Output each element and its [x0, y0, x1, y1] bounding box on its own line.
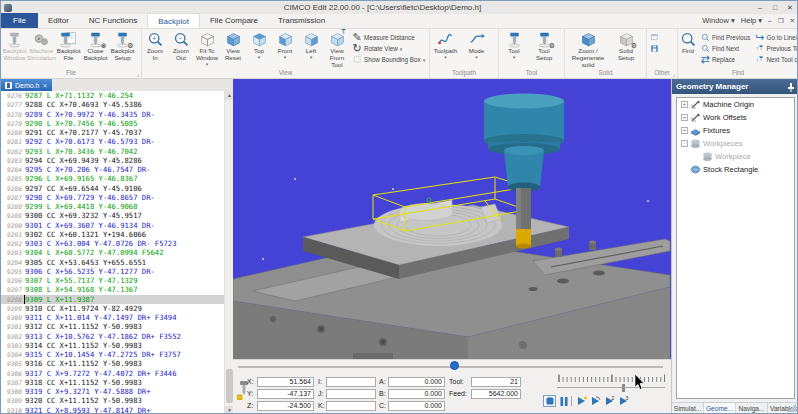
- minimize-button[interactable]: –: [753, 2, 767, 13]
- coord-field-b[interactable]: 0.000: [388, 389, 445, 399]
- panel-tab-naviga[interactable]: Naviga...: [736, 403, 768, 414]
- dialog-launcher-icon[interactable]: ⌟: [672, 70, 675, 78]
- expand-icon[interactable]: +: [681, 101, 688, 108]
- code-line[interactable]: 93059316 CC X+11.1152 Y-50.9983: [1, 359, 224, 368]
- coord-field-x[interactable]: 51.564: [257, 377, 314, 387]
- fit-to-window-button[interactable]: Fit To Window▾: [194, 30, 220, 68]
- find-previous-button[interactable]: ▴Find Previous: [698, 32, 753, 43]
- show-bounding-box-button[interactable]: Show Bounding Box▾: [350, 54, 427, 65]
- tab-backplot[interactable]: Backplot: [147, 13, 200, 28]
- code-line[interactable]: 92949305 CC X+53.6453 Y+655.6551: [1, 258, 224, 267]
- tab-file[interactable]: File: [1, 13, 38, 28]
- code-line[interactable]: 92799290 L X+70.7456 Y-46.5085: [1, 119, 224, 128]
- code-line[interactable]: 93009311 C X+11.014 Y-47.1497 DR+ F3494: [1, 313, 224, 322]
- code-line[interactable]: 92899300 CC X+69.3232 Y-45.9517: [1, 211, 224, 220]
- backplot-file-button[interactable]: Backplot File: [55, 30, 82, 68]
- mode-button[interactable]: Mode▾: [461, 30, 492, 68]
- tab-file-compare[interactable]: File Compare: [200, 13, 268, 28]
- close-backplot-button[interactable]: ⊗Close Backplot: [82, 30, 109, 68]
- code-line[interactable]: 93049315 C X+10.1454 Y-47.2725 DR+ F3757: [1, 350, 224, 359]
- code-line[interactable]: 93019312 CC X+11.1152 Y-50.9983: [1, 322, 224, 331]
- doc-close-button[interactable]: ✕: [790, 17, 795, 25]
- code-line[interactable]: 92909301 C X+69.3607 Y-46.9134 DR-: [1, 221, 224, 230]
- tab-transmission[interactable]: Transmission: [268, 13, 335, 28]
- code-line[interactable]: 93069317 C X+9.7272 Y-47.4072 DR+ F3446: [1, 369, 224, 378]
- code-line[interactable]: 92959306 C X+56.5235 Y-47.1277 DR-: [1, 267, 224, 276]
- coord-field-j[interactable]: [326, 389, 376, 399]
- solid-setup-button[interactable]: ⚙Solid Setup: [611, 30, 641, 68]
- panel-tab-geome[interactable]: Geome...: [704, 403, 736, 414]
- code-line[interactable]: 92809291 CC X+70.2177 Y-45.7037: [1, 128, 224, 137]
- code-line[interactable]: 92979308 L X+54.9168 Y-47.1367: [1, 285, 224, 294]
- tree-item-workpieces[interactable]: -Workpieces: [677, 137, 794, 150]
- code-line[interactable]: 92859296 L X+69.9165 Y-46.8367: [1, 174, 224, 183]
- tool-setup-button[interactable]: ⚙Tool Setup: [529, 30, 559, 68]
- code-line[interactable]: 92919302 CC X+60.1321 Y+194.6066: [1, 230, 224, 239]
- tree-item-stock-rectangle[interactable]: Stock Rectangle: [677, 163, 794, 176]
- code-line[interactable]: 92789289 C X+70.9972 Y-46.3435 DR-: [1, 110, 224, 119]
- code-line[interactable]: 92889299 L X+69.4418 Y-46.9068: [1, 202, 224, 211]
- backplot-setup-button[interactable]: ⚙Backplot Setup: [109, 30, 136, 68]
- coord-field-feed[interactable]: 5642.000: [471, 389, 521, 399]
- close-button[interactable]: ✕: [783, 2, 797, 13]
- code-line[interactable]: 92939304 L X+60.5772 Y-47.0994 F5642: [1, 248, 224, 257]
- pin-icon[interactable]: [787, 82, 795, 92]
- save-button[interactable]: [647, 43, 663, 54]
- simulation-progress-slider[interactable]: [233, 359, 671, 372]
- stop-button[interactable]: [543, 395, 556, 407]
- panel-tab-simulat[interactable]: Simulat...: [672, 403, 704, 414]
- toolpath-button[interactable]: Toolpath▾: [430, 30, 461, 68]
- code-line[interactable]: 93079318 CC X+11.1152 Y-50.9983: [1, 378, 224, 387]
- replace-button[interactable]: ⇄Replace: [698, 54, 753, 65]
- tree-item-workpiece[interactable]: Workpiece: [677, 150, 794, 163]
- tool-button[interactable]: Tool▾: [499, 30, 529, 68]
- left-button[interactable]: Left▾: [298, 30, 324, 68]
- editor-tab[interactable]: Demo.h ✕: [1, 79, 52, 91]
- step-3-button[interactable]: 2: [603, 395, 616, 407]
- previous-tool-change-button[interactable]: ↑Previous Tool change: [753, 43, 798, 54]
- view-from-tool-button[interactable]: View From Tool: [324, 30, 350, 68]
- progress-thumb[interactable]: [450, 361, 459, 370]
- pause-button[interactable]: [557, 395, 570, 407]
- zoom-regenerate-solid-button[interactable]: Zoom / Regenerate solid: [565, 30, 611, 68]
- coord-field-z[interactable]: -24.500: [257, 401, 314, 411]
- expand-icon[interactable]: +: [681, 127, 688, 134]
- help-menu[interactable]: Help ▾: [741, 16, 762, 25]
- expand-icon[interactable]: -: [681, 140, 688, 147]
- find-button[interactable]: Find: [678, 30, 698, 68]
- coord-field-c[interactable]: 0.000: [388, 401, 445, 411]
- code-line[interactable]: 93089319 C X+9.3271 Y-47.5888 DR+: [1, 387, 224, 396]
- coord-field-k[interactable]: [326, 401, 376, 411]
- tab-nc-functions[interactable]: NC Functions: [79, 13, 147, 28]
- go-to-line-block-number-button[interactable]: ↪Go to Line/Block Number: [753, 32, 798, 43]
- coord-field-a[interactable]: 0.000: [388, 377, 445, 387]
- doc-restore-button[interactable]: ❒: [778, 17, 784, 25]
- top-button[interactable]: Top▾: [246, 30, 272, 68]
- zoom-in-button[interactable]: +Zoom In: [142, 30, 168, 68]
- code-line[interactable]: 92769287 L X+71.1132 Y-46.254: [1, 91, 224, 100]
- backplot-viewport[interactable]: [233, 79, 671, 359]
- code-line[interactable]: 92819292 C X+70.6173 Y-46.5793 DR-: [1, 137, 224, 146]
- restore-button[interactable]: □: [768, 2, 782, 13]
- editor-scrollbar[interactable]: ▲ ▼: [224, 91, 233, 414]
- speed-slider[interactable]: [557, 387, 665, 392]
- coord-field-tool[interactable]: 21: [471, 377, 521, 387]
- tab-editor[interactable]: Editor: [38, 13, 79, 28]
- next-tool-change-button[interactable]: ↓Next Tool change: [753, 54, 798, 65]
- tree-item-machine-origin[interactable]: +Machine Origin: [677, 98, 794, 111]
- window-menu[interactable]: Window ▾: [702, 16, 735, 25]
- code-line[interactable]: 92879298 C X+69.7729 Y-46.8657 DR-: [1, 193, 224, 202]
- code-line[interactable]: 93029313 C X+10.5762 Y-47.1862 DR+ F3552: [1, 332, 224, 341]
- step-4-button[interactable]: 3: [617, 395, 630, 407]
- coord-field-i[interactable]: [326, 377, 376, 387]
- code-line[interactable]: 92829293 L X+70.3436 Y-46.7042: [1, 147, 224, 156]
- code-line[interactable]: 92849295 C X+70.206 Y-46.7547 DR-: [1, 165, 224, 174]
- editor-tab-close-icon[interactable]: ✕: [43, 82, 48, 89]
- scrollbar-thumb[interactable]: [226, 369, 233, 403]
- speed-slider-thumb[interactable]: [622, 384, 625, 392]
- code-line[interactable]: 92999310 CC X+11.9724 Y-82.4929: [1, 304, 224, 313]
- zoom-out-button[interactable]: −Zoom Out: [168, 30, 194, 68]
- expand-icon[interactable]: +: [681, 114, 688, 121]
- code-line[interactable]: 92869297 CC X+69.6544 Y-45.9106: [1, 184, 224, 193]
- coord-field-y[interactable]: -47.137: [257, 389, 314, 399]
